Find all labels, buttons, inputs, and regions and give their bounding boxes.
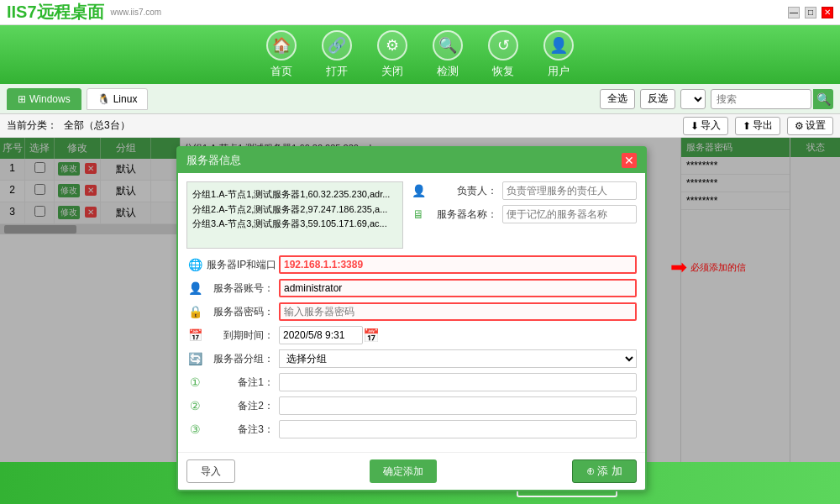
nav-item-close[interactable]: ⚙ 关闭 bbox=[377, 30, 407, 79]
nav-label-recover: 恢复 bbox=[492, 64, 514, 79]
group-select[interactable]: 选择分组 bbox=[279, 349, 637, 368]
group-label: 服务器分组： bbox=[207, 352, 274, 366]
password-label: 服务器密码： bbox=[207, 305, 274, 319]
dialog-server-list: 分组1.A-节点1,测试服务器1,60.32.235.230,adr... 分组… bbox=[186, 181, 403, 249]
note1-label: 备注1： bbox=[207, 375, 274, 390]
account-icon: 👤 bbox=[186, 281, 203, 295]
note2-input[interactable] bbox=[279, 396, 637, 415]
app-logo: IIS7远程桌面 bbox=[7, 1, 104, 24]
calendar-icon[interactable]: 📅 bbox=[363, 328, 380, 344]
expire-label: 到期时间： bbox=[207, 328, 274, 343]
password-form-icon: 🔒 bbox=[186, 305, 203, 318]
dialog-server-item-3: 分组3.A-节点3,测试服务器3,59.105.171.69,ac... bbox=[192, 217, 397, 232]
server-info-dialog: 服务器信息 ✕ 分组1.A-节点1,测试服务器1,60.32.235.230,a… bbox=[176, 146, 647, 491]
app-subtitle: www.iis7.com bbox=[111, 8, 162, 17]
annotation-text: 必须添加的信 bbox=[690, 261, 746, 274]
recover-icon: ↺ bbox=[488, 30, 518, 60]
search-button[interactable]: 🔍 bbox=[813, 89, 833, 109]
form-row-group: 🔄 服务器分组： 选择分组 bbox=[186, 349, 637, 368]
tab-windows[interactable]: ⊞ Windows bbox=[7, 88, 81, 110]
dialog-form-right: 👤 负责人： 🖥 服务器名称： bbox=[410, 181, 637, 249]
dialog-import-button[interactable]: 导入 bbox=[186, 459, 235, 483]
nav-item-home[interactable]: 🏠 首页 bbox=[266, 30, 297, 79]
invert-button[interactable]: 反选 bbox=[640, 89, 675, 109]
form-row-password: 🔒 服务器密码： bbox=[186, 302, 637, 321]
form-row-server-name: 🖥 服务器名称： bbox=[410, 205, 637, 223]
nav-label-close: 关闭 bbox=[381, 64, 403, 79]
note2-label: 备注2： bbox=[207, 399, 274, 413]
tab-linux[interactable]: 🐧 Linux bbox=[87, 88, 149, 110]
dialog-close-button[interactable]: ✕ bbox=[622, 153, 637, 168]
server-name-icon: 🖥 bbox=[410, 207, 427, 221]
select-all-button[interactable]: 全选 bbox=[600, 89, 635, 109]
linux-icon: 🐧 bbox=[97, 93, 110, 105]
form-row-account: 👤 服务器账号： bbox=[186, 279, 637, 297]
nav-item-open[interactable]: 🔗 打开 bbox=[322, 30, 352, 79]
principal-icon: 👤 bbox=[410, 184, 427, 197]
confirm-add-button[interactable]: 确定添加 bbox=[370, 459, 437, 483]
home-icon: 🏠 bbox=[266, 30, 297, 60]
form-row-principal: 👤 负责人： bbox=[410, 181, 637, 200]
form-row-note1: ① 备注1： bbox=[186, 373, 637, 391]
search-input[interactable] bbox=[711, 89, 811, 109]
nav-item-detect[interactable]: 🔍 检测 bbox=[433, 30, 463, 79]
note3-icon: ③ bbox=[186, 423, 203, 436]
group-icon: 🔄 bbox=[186, 352, 203, 365]
detect-icon: 🔍 bbox=[433, 30, 463, 60]
note1-input[interactable] bbox=[279, 373, 637, 391]
ip-input[interactable] bbox=[279, 255, 637, 274]
password-input[interactable] bbox=[279, 302, 637, 321]
settings-label: 设置 bbox=[806, 118, 826, 133]
dialog-overlay: 服务器信息 ✕ 分组1.A-节点1,测试服务器1,60.32.235.230,a… bbox=[0, 138, 840, 462]
add-button[interactable]: ⊕ 添 加 bbox=[572, 459, 637, 483]
principal-input[interactable] bbox=[502, 181, 637, 200]
import-button[interactable]: ⬇ 导入 bbox=[683, 117, 728, 135]
import-label: 导入 bbox=[701, 118, 721, 133]
note2-icon: ② bbox=[186, 399, 203, 412]
dialog-title: 服务器信息 bbox=[186, 153, 241, 168]
nav-item-user[interactable]: 👤 用户 bbox=[543, 30, 574, 79]
note3-label: 备注3： bbox=[207, 423, 274, 437]
toolbar: ⊞ Windows 🐧 Linux 全选 反选 🔍 bbox=[0, 84, 840, 114]
red-arrow-icon: ➡ bbox=[670, 255, 687, 279]
dialog-server-item-2: 分组2.A-节点2,测试服务器2,97.247.186.235,a... bbox=[192, 202, 397, 218]
export-label: 导出 bbox=[753, 118, 773, 133]
category-dropdown[interactable] bbox=[680, 89, 706, 109]
form-row-ip: 🌐 服务器IP和端口： ➡ 必须添加的信 bbox=[186, 255, 637, 274]
export-button[interactable]: ⬆ 导出 bbox=[735, 117, 780, 135]
nav-item-recover[interactable]: ↺ 恢复 bbox=[488, 30, 518, 79]
dialog-footer: 导入 确定添加 ⊕ 添 加 bbox=[178, 452, 645, 490]
dialog-title-bar: 服务器信息 ✕ bbox=[178, 148, 645, 173]
minimize-button[interactable]: — bbox=[788, 7, 800, 18]
title-bar: IIS7远程桌面 www.iis7.com — □ ✕ bbox=[0, 0, 840, 25]
annotation: ➡ 必须添加的信 bbox=[670, 255, 746, 279]
ip-label: 服务器IP和端口： bbox=[207, 258, 274, 272]
expire-input[interactable] bbox=[279, 326, 363, 344]
maximize-button[interactable]: □ bbox=[805, 7, 816, 18]
dialog-body: 分组1.A-节点1,测试服务器1,60.32.235.230,adr... 分组… bbox=[178, 173, 645, 452]
nav-label-detect: 检测 bbox=[437, 64, 459, 79]
form-row-expire: 📅 到期时间： 📅 bbox=[186, 326, 637, 344]
close-nav-icon: ⚙ bbox=[377, 30, 407, 60]
header-nav: 🏠 首页 🔗 打开 ⚙ 关闭 🔍 检测 ↺ 恢复 👤 用户 bbox=[0, 25, 840, 84]
windows-icon: ⊞ bbox=[18, 93, 26, 105]
server-name-input[interactable] bbox=[502, 205, 637, 223]
export-icon: ⬆ bbox=[743, 120, 751, 132]
settings-button[interactable]: ⚙ 设置 bbox=[787, 117, 833, 135]
principal-label: 负责人： bbox=[430, 184, 497, 198]
main-content: 序号 选择 修改 分组 1 修改 ✕ 默认 2 修改 ✕ 默认 3 bbox=[0, 138, 840, 462]
settings-icon: ⚙ bbox=[795, 120, 804, 132]
title-bar-left: IIS7远程桌面 www.iis7.com bbox=[7, 1, 161, 24]
import-icon: ⬇ bbox=[690, 120, 699, 132]
note1-icon: ① bbox=[186, 375, 203, 389]
user-icon: 👤 bbox=[543, 30, 574, 60]
account-input[interactable] bbox=[279, 279, 637, 297]
form-row-note3: ③ 备注3： bbox=[186, 420, 637, 438]
open-icon: 🔗 bbox=[322, 30, 352, 60]
sub-toolbar: 当前分类： 全部（总3台） ⬇ 导入 ⬆ 导出 ⚙ 设置 bbox=[0, 114, 840, 138]
close-button[interactable]: ✕ bbox=[822, 7, 833, 18]
form-row-note2: ② 备注2： bbox=[186, 396, 637, 415]
nav-label-user: 用户 bbox=[548, 64, 570, 79]
category-value: 全部（总3台） bbox=[64, 118, 130, 133]
note3-input[interactable] bbox=[279, 420, 637, 438]
